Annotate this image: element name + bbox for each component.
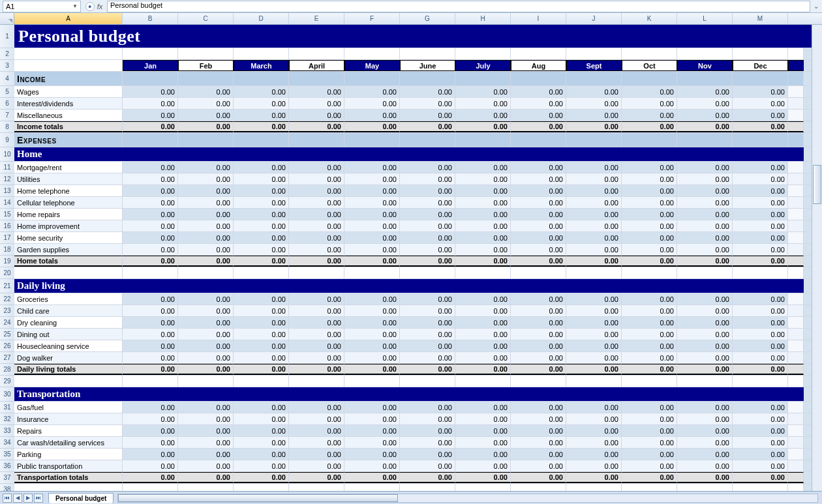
column-header-D[interactable]: D — [234, 13, 289, 24]
column-header-H[interactable]: H — [455, 13, 511, 24]
column-header-A[interactable]: A — [14, 13, 123, 24]
formula-bar: A1 ▼ ● fx Personal budget ⌄ — [0, 0, 822, 13]
column-header-E[interactable]: E — [289, 13, 344, 24]
column-header-K[interactable]: K — [622, 13, 677, 24]
select-all-corner[interactable] — [0, 13, 14, 24]
column-header-C[interactable]: C — [178, 13, 234, 24]
column-header-L[interactable]: L — [677, 13, 733, 24]
column-header-B[interactable]: B — [123, 13, 178, 24]
formula-input[interactable]: Personal budget — [107, 1, 810, 12]
fx-icon[interactable]: ● — [85, 2, 95, 11]
chevron-down-icon[interactable]: ▼ — [72, 3, 78, 9]
column-header-G[interactable]: G — [400, 13, 455, 24]
column-header-M[interactable]: M — [733, 13, 788, 24]
column-header-I[interactable]: I — [511, 13, 566, 24]
fx-label[interactable]: fx — [97, 3, 103, 10]
name-box-value: A1 — [6, 3, 14, 10]
column-header-F[interactable]: F — [344, 13, 400, 24]
column-header-J[interactable]: J — [566, 13, 622, 24]
fx-controls: ● fx — [81, 2, 107, 11]
expand-formula-icon[interactable]: ⌄ — [810, 3, 822, 10]
name-box[interactable]: A1 ▼ — [3, 1, 81, 12]
formula-value: Personal budget — [110, 1, 162, 9]
column-header-row: ABCDEFGHIJKLM — [0, 13, 822, 25]
